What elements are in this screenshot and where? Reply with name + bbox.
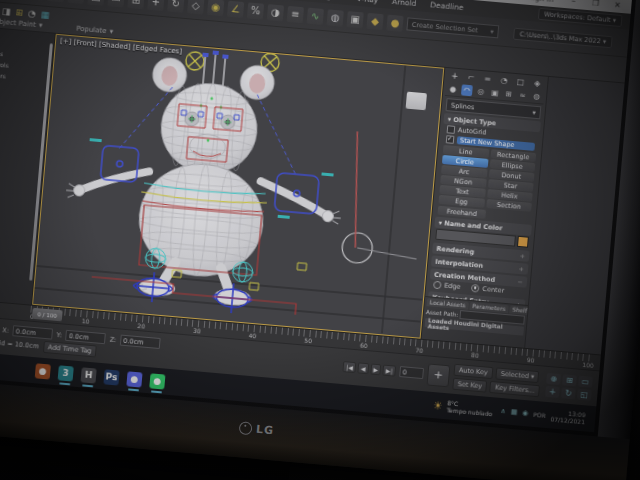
coord-y-field[interactable]: 0.0cm <box>65 330 106 344</box>
timeline-tick-label: 100 <box>582 361 594 369</box>
shapes-category-icon[interactable]: ◠ <box>461 84 473 96</box>
zoom-icon[interactable]: ⊕ <box>546 372 561 384</box>
creation-edge-radio[interactable] <box>433 281 442 290</box>
maximize-button[interactable]: ❐ <box>587 0 604 8</box>
system-tray[interactable]: ∧ ▦ ◉ POR 13:09 07/12/2021 <box>500 404 586 425</box>
curve-editor-icon[interactable]: ∿ <box>307 7 324 24</box>
timeline-tick-label: 80 <box>471 351 479 359</box>
utilities-tab-icon[interactable]: ◈ <box>531 77 544 89</box>
browser-icon[interactable]: ● <box>35 363 51 379</box>
project-folder-dropdown[interactable]: C:\Users\..\3ds Max 2022 ▾ <box>513 27 612 48</box>
timeline-tick-label: 40 <box>248 332 256 340</box>
tray-volume-icon[interactable]: ◉ <box>522 409 529 418</box>
cameras-category-icon[interactable]: ▣ <box>489 87 501 99</box>
unlink-icon[interactable]: ⊘ <box>48 0 65 2</box>
select-by-name-icon[interactable]: ▤ <box>87 0 104 5</box>
add-time-tag[interactable]: Add Time Tag <box>43 341 97 358</box>
brush-settings-icon[interactable]: ◨ <box>2 6 11 17</box>
lg-logo: LG <box>239 421 275 437</box>
creation-center-radio[interactable] <box>471 284 480 293</box>
render-teapot-icon[interactable]: ◆ <box>366 12 383 29</box>
timeline-tick-label: 60 <box>360 341 368 349</box>
minimize-button[interactable]: – <box>565 0 582 6</box>
houdini-icon[interactable]: H <box>81 367 97 383</box>
timeline-tick-label: 90 <box>527 356 535 364</box>
menu-item[interactable]: V-Ray <box>349 0 385 5</box>
tray-network-icon[interactable]: ▦ <box>510 408 517 417</box>
screen-3dsmax: ⊙ Sign In – ❐ ✕ Houdini EngineV-RayArnol… <box>0 0 632 432</box>
select-object-icon[interactable]: ↖ <box>68 0 85 4</box>
transport-button[interactable]: |◀ <box>343 361 357 373</box>
coord-z-field[interactable]: 0.0cm <box>120 335 161 349</box>
tray-expand-icon[interactable]: ∧ <box>500 407 506 415</box>
set-key-button[interactable]: Set Key <box>452 377 487 392</box>
window-crossing-icon[interactable]: ⊞ <box>127 0 144 9</box>
key-mode-dropdown[interactable]: Selected ▾ <box>495 367 539 383</box>
render-production-icon[interactable]: ● <box>386 14 403 31</box>
populate-flow-icon[interactable]: ⊞ <box>15 7 23 18</box>
discord-icon[interactable]: ● <box>126 371 142 387</box>
viewcube[interactable] <box>406 92 427 111</box>
3dsmax-icon[interactable]: 3 <box>58 365 74 381</box>
viewport-canvas[interactable] <box>33 35 442 337</box>
maximize-viewport-icon[interactable]: ◱ <box>577 388 592 400</box>
coord-x-field[interactable]: 0.0cm <box>12 325 53 339</box>
taskbar-weather-widget[interactable]: ☀ 8°C Tempo nublado <box>433 398 494 417</box>
timeline-tick-label: 20 <box>137 322 145 330</box>
set-keys-button[interactable]: + <box>426 363 450 387</box>
simulate-icon[interactable]: ▦ <box>40 9 49 20</box>
material-editor-icon[interactable]: ◍ <box>327 9 344 26</box>
transport-button[interactable]: ◀ <box>357 362 369 374</box>
object-color-swatch[interactable] <box>517 236 529 248</box>
ik-root-helper[interactable] <box>341 131 427 268</box>
modify-tab-icon[interactable]: ⌐ <box>465 72 478 84</box>
tray-clock[interactable]: 13:09 07/12/2021 <box>550 408 586 425</box>
main-area: BonesControlsHelpers [+] [Front] [Shaded… <box>0 27 625 355</box>
lights-category-icon[interactable]: ◎ <box>475 86 487 98</box>
whatsapp-icon[interactable]: ● <box>149 373 165 389</box>
spacewarps-category-icon[interactable]: ≈ <box>517 89 529 101</box>
timeline-tick-label: 10 <box>82 317 90 325</box>
create-selection-set-dropdown[interactable]: Create Selection Set▾ <box>406 17 499 38</box>
user-icon: ⊙ <box>518 0 525 1</box>
pan-icon[interactable]: + <box>545 385 560 397</box>
tray-language[interactable]: POR <box>533 410 546 418</box>
systems-category-icon[interactable]: ◍ <box>531 90 543 102</box>
transport-button[interactable]: ▶ <box>370 363 382 375</box>
viewport-front[interactable]: [+] [Front] [Shaded] [Edged Faces] <box>32 34 444 339</box>
display-tab-icon[interactable]: □ <box>514 76 527 88</box>
populate-idle-icon[interactable]: ◔ <box>28 8 37 19</box>
menu-item[interactable]: Deadline <box>423 0 471 12</box>
motion-tab-icon[interactable]: ◔ <box>498 75 511 87</box>
create-tab-icon[interactable]: + <box>448 70 461 82</box>
percent-snap-icon[interactable]: % <box>247 2 264 19</box>
ribbon-group-populate[interactable]: Populate ▾ <box>76 25 113 36</box>
timeline-tick-label: 50 <box>304 337 312 345</box>
transport-button[interactable]: ▶| <box>383 365 397 377</box>
select-scale-icon[interactable]: ◇ <box>187 0 204 14</box>
command-panel: +⌐≡◔□◈ ●◠◎▣⊞≈◍ Splines▾ ▾ Object Type Au… <box>424 68 548 305</box>
hierarchy-tab-icon[interactable]: ≡ <box>481 73 494 85</box>
mirror-icon[interactable]: ◑ <box>267 4 284 21</box>
geometry-category-icon[interactable]: ● <box>447 83 459 95</box>
auto-key-button[interactable]: Auto Key <box>453 363 493 378</box>
close-button[interactable]: ✕ <box>609 0 626 10</box>
snaps-toggle-icon[interactable]: ◉ <box>207 0 224 16</box>
zoom-extents-icon[interactable]: ▭ <box>578 375 593 387</box>
photoshop-icon[interactable]: Ps <box>103 369 119 385</box>
timeline-tick-label: 30 <box>193 327 201 335</box>
menu-item[interactable]: Arnold <box>385 0 424 8</box>
orbit-icon[interactable]: ↻ <box>561 387 576 399</box>
key-filters-button[interactable]: Key Filters... <box>490 380 540 396</box>
rect-selection-icon[interactable]: ▭ <box>107 0 124 7</box>
align-icon[interactable]: ≡ <box>287 5 304 22</box>
ribbon-group-object-paint[interactable]: ◧◨⊞◔▦ Object Paint ▾ <box>0 5 50 30</box>
zoom-all-icon[interactable]: ⊞ <box>562 374 577 386</box>
select-move-icon[interactable]: + <box>147 0 164 11</box>
helpers-category-icon[interactable]: ⊞ <box>503 88 515 100</box>
angle-snap-icon[interactable]: ∠ <box>227 0 244 17</box>
select-rotate-icon[interactable]: ↻ <box>167 0 184 12</box>
current-frame-field[interactable]: 0 <box>399 366 424 379</box>
photo-of-monitor: ⊙ Sign In – ❐ ✕ Houdini EngineV-RayArnol… <box>0 0 640 480</box>
render-setup-icon[interactable]: ▣ <box>347 11 364 28</box>
